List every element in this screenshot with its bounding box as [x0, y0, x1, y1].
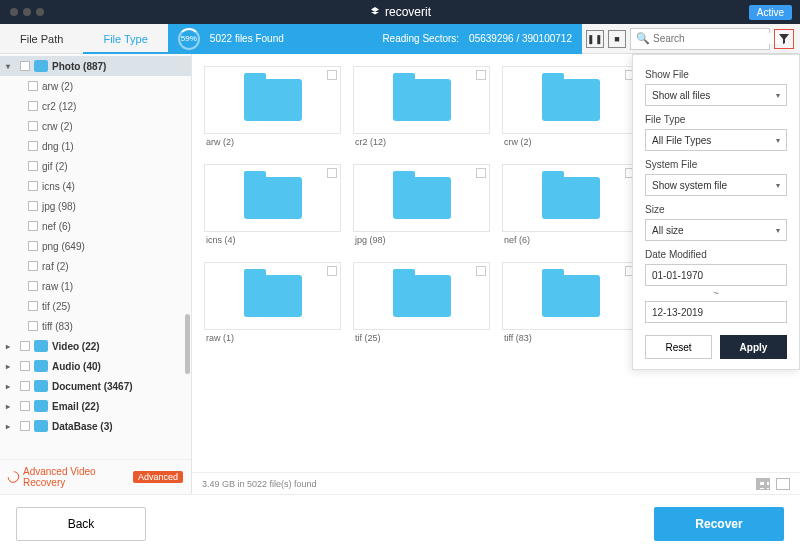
checkbox[interactable]	[28, 201, 38, 211]
folder-item[interactable]: tiff (83)	[502, 262, 639, 346]
filter-size-select[interactable]: All size	[645, 219, 787, 241]
sidebar-item-label: png (649)	[42, 241, 85, 252]
folder-item[interactable]: nef (6)	[502, 164, 639, 248]
folder-item[interactable]: arw (2)	[204, 66, 341, 150]
tab-file-path[interactable]: File Path	[0, 24, 83, 54]
filter-system-file-select[interactable]: Show system file	[645, 174, 787, 196]
checkbox[interactable]	[20, 361, 30, 371]
checkbox[interactable]	[28, 81, 38, 91]
sidebar-child-item[interactable]: arw (2)	[0, 76, 191, 96]
folder-label: jpg (98)	[353, 232, 490, 248]
chevron-right-icon: ▸	[6, 422, 16, 431]
filter-size-label: Size	[645, 204, 787, 215]
sidebar-child-item[interactable]: jpg (98)	[0, 196, 191, 216]
sidebar-item-label: nef (6)	[42, 221, 71, 232]
filter-file-type-select[interactable]: All File Types	[645, 129, 787, 151]
active-badge[interactable]: Active	[749, 5, 792, 20]
folder-icon	[542, 79, 600, 121]
checkbox[interactable]	[28, 121, 38, 131]
sidebar-item-label: raw (1)	[42, 281, 73, 292]
checkbox[interactable]	[28, 321, 38, 331]
sidebar-item-photo[interactable]: ▾ Photo (887)	[0, 56, 191, 76]
grid-view-button[interactable]	[756, 478, 770, 490]
date-range-separator: ~	[645, 288, 787, 299]
folder-item[interactable]: jpg (98)	[353, 164, 490, 248]
sidebar-child-item[interactable]: tiff (83)	[0, 316, 191, 336]
filter-button[interactable]	[774, 29, 794, 49]
file-tree: ▾ Photo (887) arw (2)cr2 (12)crw (2)dng …	[0, 54, 191, 459]
stop-button[interactable]: ■	[608, 30, 626, 48]
sidebar-item-document[interactable]: ▸ Document (3467)	[0, 376, 191, 396]
checkbox[interactable]	[28, 221, 38, 231]
sidebar-child-item[interactable]: icns (4)	[0, 176, 191, 196]
sidebar-child-item[interactable]: raw (1)	[0, 276, 191, 296]
sidebar-item-label: arw (2)	[42, 81, 73, 92]
folder-thumb	[353, 66, 490, 134]
folder-item[interactable]: tif (25)	[353, 262, 490, 346]
chevron-down-icon: ▾	[6, 62, 16, 71]
minimize-dot[interactable]	[23, 8, 31, 16]
filter-reset-button[interactable]: Reset	[645, 335, 712, 359]
select-value: All File Types	[652, 135, 711, 146]
checkbox[interactable]	[28, 281, 38, 291]
sidebar-item-label: cr2 (12)	[42, 101, 76, 112]
folder-label: raw (1)	[204, 330, 341, 346]
pause-button[interactable]: ❚❚	[586, 30, 604, 48]
sidebar-child-item[interactable]: crw (2)	[0, 116, 191, 136]
status-text: 3.49 GB in 5022 file(s) found	[202, 479, 317, 489]
sidebar-item-database[interactable]: ▸ DataBase (3)	[0, 416, 191, 436]
search-box[interactable]: 🔍	[630, 28, 770, 50]
sidebar-item-video[interactable]: ▸ Video (22)	[0, 336, 191, 356]
filter-show-file-select[interactable]: Show all files	[645, 84, 787, 106]
sidebar-child-item[interactable]: dng (1)	[0, 136, 191, 156]
chevron-right-icon: ▸	[6, 402, 16, 411]
folder-item[interactable]: icns (4)	[204, 164, 341, 248]
window-controls	[0, 8, 44, 16]
select-value: Show system file	[652, 180, 727, 191]
search-icon: 🔍	[636, 32, 650, 45]
checkbox[interactable]	[20, 381, 30, 391]
checkbox[interactable]	[28, 101, 38, 111]
checkbox[interactable]	[20, 341, 30, 351]
sidebar-child-item[interactable]: nef (6)	[0, 216, 191, 236]
folder-item[interactable]: crw (2)	[502, 66, 639, 150]
sidebar-child-item[interactable]: gif (2)	[0, 156, 191, 176]
search-input[interactable]	[653, 33, 780, 44]
sidebar-item-audio[interactable]: ▸ Audio (40)	[0, 356, 191, 376]
folder-icon	[393, 177, 451, 219]
checkbox[interactable]	[28, 141, 38, 151]
sidebar-child-item[interactable]: png (649)	[0, 236, 191, 256]
recover-button[interactable]: Recover	[654, 507, 784, 541]
sidebar-child-item[interactable]: cr2 (12)	[0, 96, 191, 116]
sidebar-child-item[interactable]: raf (2)	[0, 256, 191, 276]
filter-apply-button[interactable]: Apply	[720, 335, 787, 359]
checkbox[interactable]	[20, 61, 30, 71]
reading-sectors-label: Reading Sectors:	[382, 33, 459, 44]
chevron-right-icon: ▸	[6, 342, 16, 351]
filter-date-to[interactable]: 12-13-2019	[645, 301, 787, 323]
folder-icon	[542, 275, 600, 317]
tab-file-type[interactable]: File Type	[83, 24, 167, 54]
sidebar-item-label: Audio (40)	[52, 361, 101, 372]
sidebar-child-item[interactable]: tif (25)	[0, 296, 191, 316]
checkbox[interactable]	[20, 401, 30, 411]
checkbox[interactable]	[20, 421, 30, 431]
maximize-dot[interactable]	[36, 8, 44, 16]
scrollbar-thumb[interactable]	[185, 314, 190, 374]
sidebar-item-email[interactable]: ▸ Email (22)	[0, 396, 191, 416]
list-view-button[interactable]	[776, 478, 790, 490]
advanced-video-recovery[interactable]: Advanced Video Recovery Advanced	[0, 459, 191, 494]
sidebar: ▾ Photo (887) arw (2)cr2 (12)crw (2)dng …	[0, 54, 192, 494]
brand-icon	[369, 6, 381, 18]
filter-icon	[779, 34, 789, 44]
folder-item[interactable]: cr2 (12)	[353, 66, 490, 150]
close-dot[interactable]	[10, 8, 18, 16]
filter-date-from[interactable]: 01-01-1970	[645, 264, 787, 286]
checkbox[interactable]	[28, 161, 38, 171]
checkbox[interactable]	[28, 241, 38, 251]
checkbox[interactable]	[28, 301, 38, 311]
checkbox[interactable]	[28, 261, 38, 271]
folder-item[interactable]: raw (1)	[204, 262, 341, 346]
checkbox[interactable]	[28, 181, 38, 191]
back-button[interactable]: Back	[16, 507, 146, 541]
